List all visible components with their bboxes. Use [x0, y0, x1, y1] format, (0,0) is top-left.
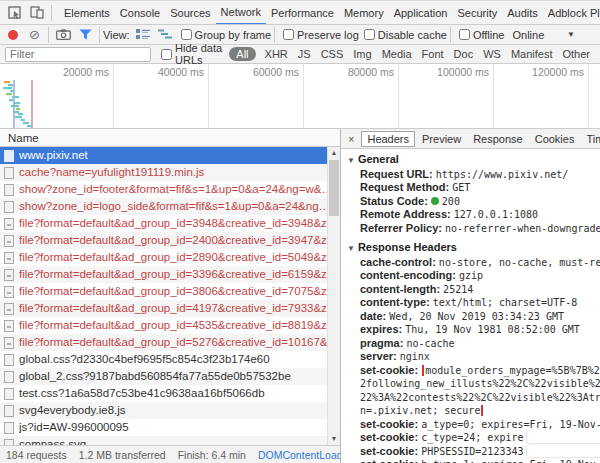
preserve-log-checkbox[interactable]	[283, 29, 294, 40]
request-row[interactable]: compass.svg	[0, 436, 327, 445]
filter-type-css[interactable]: CSS	[321, 48, 344, 60]
chevron-down-icon[interactable]: ▼	[567, 30, 575, 39]
disable-cache-label[interactable]: Disable cache	[378, 29, 447, 41]
filter-type-img[interactable]: Img	[353, 48, 371, 60]
request-list-scrollbar[interactable]: ▲ ▼	[327, 147, 340, 445]
request-rows: www.pixiv.net cache?name=yufulight191119…	[0, 147, 327, 445]
hide-data-urls-label[interactable]: Hide data URLs	[175, 42, 225, 66]
view-label: View:	[103, 29, 130, 41]
file-icon	[4, 303, 14, 315]
filter-type-font[interactable]: Font	[422, 48, 444, 60]
inspect-element-icon[interactable]	[8, 6, 22, 20]
filter-type-media[interactable]: Media	[382, 48, 412, 60]
preserve-log-label[interactable]: Preserve log	[297, 29, 359, 41]
request-row[interactable]: www.pixiv.net	[0, 147, 327, 164]
timeline-column: 120000 ms	[494, 64, 589, 128]
request-row[interactable]: file?format=default&ad_group_id=4535&cre…	[0, 317, 327, 334]
script-icon	[4, 405, 14, 417]
clear-icon[interactable]: ⊘	[29, 28, 40, 41]
response-headers-section-header[interactable]: ▼Response Headers	[347, 241, 600, 256]
request-row[interactable]: show?zone_id=logo_side&format=fif&s=1&up…	[0, 198, 327, 215]
file-icon	[4, 337, 14, 349]
scrollbar-thumb[interactable]	[329, 160, 339, 216]
header-line: Referrer Policy: no-referrer-when-downgr…	[347, 222, 600, 236]
tab-sources[interactable]: Sources	[165, 1, 215, 25]
tab-cookies[interactable]: Cookies	[530, 132, 580, 146]
file-icon	[4, 252, 14, 264]
tab-performance[interactable]: Performance	[266, 1, 339, 25]
tab-elements[interactable]: Elements	[59, 1, 115, 25]
record-button[interactable]	[8, 30, 18, 40]
large-request-rows-icon[interactable]	[136, 29, 150, 40]
filter-input[interactable]	[5, 47, 151, 62]
filter-type-xhr[interactable]: XHR	[265, 48, 288, 60]
file-icon	[4, 269, 14, 281]
filter-type-js[interactable]: JS	[298, 48, 311, 60]
request-details-panel: × Headers Preview Response Cookies Timin…	[340, 129, 600, 463]
request-row[interactable]: file?format=default&ad_group_id=3806&cre…	[0, 283, 327, 300]
hide-data-urls-checkbox[interactable]	[161, 49, 172, 60]
tab-application[interactable]: Application	[389, 1, 453, 25]
redacted-area	[527, 445, 600, 457]
request-list-panel: Name www.pixiv.net cache?name=yufulight1…	[0, 129, 340, 463]
tab-response[interactable]: Response	[468, 132, 528, 146]
header-line: content-encoding: gzip	[347, 269, 600, 283]
transferred-size: 1.2 MB transferred	[79, 449, 166, 461]
group-by-frame-label[interactable]: Group by frame	[195, 29, 271, 41]
file-icon	[4, 320, 14, 332]
scroll-up-arrow[interactable]: ▲	[328, 147, 340, 159]
tab-memory[interactable]: Memory	[339, 1, 389, 25]
request-row[interactable]: cache?name=yufulight191119.min.js	[0, 164, 327, 181]
tab-timing[interactable]: Timing	[581, 132, 600, 146]
offline-checkbox[interactable]	[459, 29, 470, 40]
filter-type-other[interactable]: Other	[562, 48, 590, 60]
filter-type-manifest[interactable]: Manifest	[511, 48, 553, 60]
request-row[interactable]: svg4everybody.ie8.js	[0, 402, 327, 419]
header-line: Request Method: GET	[347, 181, 600, 195]
capture-screenshots-icon[interactable]	[56, 29, 71, 40]
filter-icon[interactable]	[79, 29, 92, 40]
request-row[interactable]: js?id=AW-996000095	[0, 419, 327, 436]
tab-network[interactable]: Network	[216, 1, 266, 25]
request-row[interactable]: file?format=default&ad_group_id=5276&cre…	[0, 334, 327, 351]
tab-headers[interactable]: Headers	[361, 131, 415, 147]
request-row[interactable]: file?format=default&ad_group_id=4197&cre…	[0, 300, 327, 317]
dom-content-loaded-time: DOMContentLoaded: 2…	[258, 449, 340, 461]
request-row[interactable]: file?format=default&ad_group_id=2400&cre…	[0, 232, 327, 249]
request-row[interactable]: global_2.css?9187babd560854fa77a55de0b57…	[0, 368, 327, 385]
request-row[interactable]: show?zone_id=footer&format=fif&s=1&up=0&…	[0, 181, 327, 198]
filter-type-ws[interactable]: WS	[483, 48, 501, 60]
name-column-header[interactable]: Name	[0, 129, 340, 147]
timeline-column: 40000 ms	[114, 64, 209, 128]
filter-type-all[interactable]: All	[229, 47, 255, 61]
tab-adblock-plus[interactable]: Adblock Plus	[543, 1, 600, 25]
request-row[interactable]: file?format=default&ad_group_id=3396&cre…	[0, 266, 327, 283]
offline-label[interactable]: Offline	[473, 29, 505, 41]
show-overview-icon[interactable]	[158, 29, 172, 40]
scroll-down-arrow[interactable]: ▼	[328, 433, 340, 445]
stylesheet-icon	[4, 371, 14, 383]
waterfall-overview[interactable]	[1, 80, 47, 128]
timeline-column: 80000 ms	[304, 64, 399, 128]
header-line: cache-control: no-store, no-cache, must-…	[347, 256, 600, 270]
header-line: content-type: text/html; charset=UTF-8	[347, 296, 600, 310]
network-overview[interactable]: 20000 ms 40000 ms 60000 ms 80000 ms 1000…	[0, 64, 600, 129]
request-row[interactable]: file?format=default&ad_group_id=3948&cre…	[0, 215, 327, 232]
tab-console[interactable]: Console	[115, 1, 165, 25]
filter-type-doc[interactable]: Doc	[454, 48, 474, 60]
request-row[interactable]: test.css?1a6a58d7c53be41c9638aa16bf5066d…	[0, 385, 327, 402]
divider	[274, 27, 275, 43]
request-row[interactable]: global.css?d2330c4bef9695f5c854c3f23b174…	[0, 351, 327, 368]
tab-preview[interactable]: Preview	[417, 132, 466, 146]
general-section-header[interactable]: ▼General	[347, 153, 600, 168]
throttling-select[interactable]: Online	[512, 29, 544, 41]
group-by-frame-checkbox[interactable]	[181, 29, 192, 40]
header-line: pragma: no-cache	[347, 337, 600, 351]
request-row[interactable]: file?format=default&ad_group_id=2890&cre…	[0, 249, 327, 266]
disable-cache-checkbox[interactable]	[364, 29, 375, 40]
divider	[99, 27, 100, 43]
close-icon[interactable]: ×	[341, 133, 361, 145]
device-toolbar-icon[interactable]	[30, 6, 44, 19]
tab-audits[interactable]: Audits	[502, 1, 543, 25]
tab-security[interactable]: Security	[452, 1, 502, 25]
